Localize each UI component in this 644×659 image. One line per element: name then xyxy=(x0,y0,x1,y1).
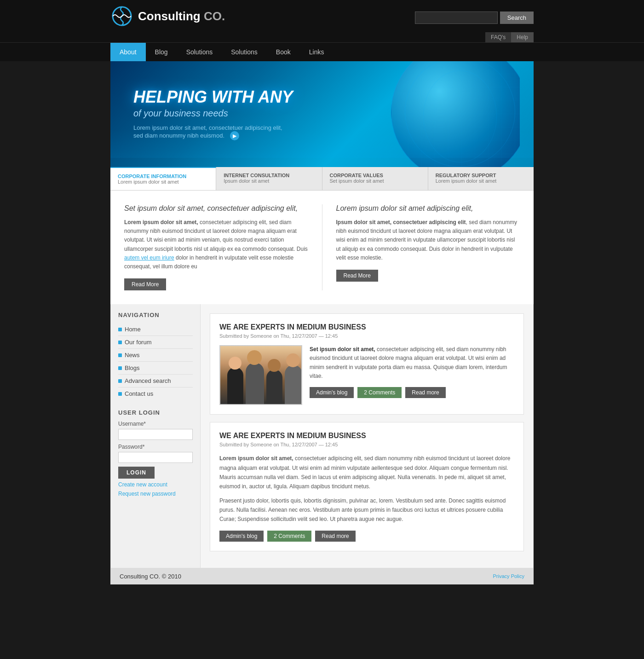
nav-item-blog[interactable]: Blog xyxy=(146,43,177,61)
nav-item-book[interactable]: Book xyxy=(267,43,300,61)
article-2-admin-blog-btn[interactable]: Admin's blog xyxy=(219,531,264,542)
password-input[interactable] xyxy=(118,452,193,463)
nav-link-home[interactable]: Home xyxy=(125,326,141,333)
sidebar-nav-advanced-search[interactable]: Advanced search xyxy=(118,375,193,387)
content-area: Set ipsum dolor sit amet, consectetuer a… xyxy=(110,191,534,304)
search-bar: Search xyxy=(415,12,534,24)
content-text-2: Ipsum dolor sit amet, consectetuer adipi… xyxy=(336,218,520,262)
sidebar-nav-contact[interactable]: Contact us xyxy=(118,387,193,400)
sidebar: NAVIGATION Home Our forum News Blogs xyxy=(111,304,201,568)
create-account-link[interactable]: Create new account xyxy=(118,481,193,488)
help-link[interactable]: Help xyxy=(511,32,534,42)
nav-item-solutions1[interactable]: Solutions xyxy=(177,43,222,61)
article-2-text2: Praesent justo dolor, lobortis quis, lob… xyxy=(219,496,514,524)
article-2-meta: Submitted by Someone on Thu, 12/27/2007 … xyxy=(219,442,514,447)
nav-icon xyxy=(118,366,122,370)
nav-link-forum[interactable]: Our forum xyxy=(125,339,152,346)
content-text-1: Lorem ipsum dolor sit amet, consectetuer… xyxy=(124,218,308,271)
footer-copyright: Consulting CO. © 2010 xyxy=(120,573,181,580)
login-button[interactable]: LOGIN xyxy=(118,467,155,479)
tab-regulatory-support[interactable]: REGULATORY SUPPORT Lorem ipsum dolor sit… xyxy=(428,167,534,190)
article-1-text: Set ipsum dolor sit amet, consectetuer a… xyxy=(310,345,514,381)
article-1: WE ARE EXPERTS IN MEDIUM BUSINESS Submit… xyxy=(210,313,524,415)
nav-link-advanced-search[interactable]: Advanced search xyxy=(125,377,171,384)
logo-text: Consulting CO. xyxy=(138,9,225,23)
article-2-comments-btn[interactable]: 2 Comments xyxy=(267,531,311,542)
search-button[interactable]: Search xyxy=(500,12,534,24)
content-col-2: Lorem ipsum dolor sit amet adipiscing el… xyxy=(336,204,520,290)
hero-subtitle: of your business needs xyxy=(133,108,293,119)
footer: Consulting CO. © 2010 Privacy Policy xyxy=(110,568,534,584)
article-1-body: Set ipsum dolor sit amet, consectetuer a… xyxy=(219,345,514,405)
nav-icon xyxy=(118,379,122,383)
article-2-text: Lorem ipsum dolor sit amet, consectetuer… xyxy=(219,454,514,491)
hero-arrow-btn[interactable]: ▶ xyxy=(230,131,239,140)
nav-icon xyxy=(118,328,122,331)
article-1-meta: Submitted by Someone on Thu, 12/27/2007 … xyxy=(219,333,514,339)
nav-item-about[interactable]: About xyxy=(110,43,146,61)
request-password-link[interactable]: Request new password xyxy=(118,491,193,497)
hero-description: Lorem ipsum dolor sit amet, consectetuer… xyxy=(133,124,293,140)
password-label: Password* xyxy=(118,444,193,450)
nav-link-blogs[interactable]: Blogs xyxy=(125,364,140,371)
nav-icon xyxy=(118,353,122,357)
article-1-comments-btn[interactable]: 2 Comments xyxy=(357,387,402,398)
article-1-text-wrap: Set ipsum dolor sit amet, consectetuer a… xyxy=(310,345,514,405)
content-col-1: Set ipsum dolor sit amet, consectetuer a… xyxy=(124,204,308,290)
nav-top: FAQ's Help xyxy=(0,32,644,42)
read-more-btn-2[interactable]: Read More xyxy=(336,270,378,282)
faq-link[interactable]: FAQ's xyxy=(485,32,511,42)
main-nav: About Blog Solutions Solutions Book Link… xyxy=(0,42,644,61)
article-1-image xyxy=(219,345,302,405)
article-2-read-more-btn[interactable]: Read more xyxy=(315,531,355,542)
article-1-title: WE ARE EXPERTS IN MEDIUM BUSINESS xyxy=(219,323,514,331)
nav-item-links[interactable]: Links xyxy=(300,43,334,61)
content-link-1[interactable]: autem vel eum iriure xyxy=(124,254,174,261)
article-2-title: WE ARE EXPERTS IN MEDIUM BUSINESS xyxy=(219,432,514,440)
read-more-btn-1[interactable]: Read More xyxy=(124,278,166,290)
main-content: WE ARE EXPERTS IN MEDIUM BUSINESS Submit… xyxy=(201,304,533,568)
hero-title: HELPING WITH ANY xyxy=(133,88,293,106)
username-input[interactable] xyxy=(118,429,193,440)
content-divider xyxy=(322,204,322,290)
hero-banner: HELPING WITH ANY of your business needs … xyxy=(110,61,534,167)
sidebar-nav-blogs[interactable]: Blogs xyxy=(118,362,193,375)
nav-link-news[interactable]: News xyxy=(125,352,140,358)
sidebar-nav-forum[interactable]: Our forum xyxy=(118,336,193,349)
login-section-title: USER LOGIN xyxy=(118,409,193,416)
content-heading-1: Set ipsum dolor sit amet, consectetuer a… xyxy=(124,204,308,213)
nav-icon xyxy=(118,392,122,396)
nav-item-solutions2[interactable]: Solutions xyxy=(222,43,267,61)
sidebar-nav-news[interactable]: News xyxy=(118,349,193,362)
sidebar-nav-title: NAVIGATION xyxy=(118,312,193,318)
tab-corporate-values[interactable]: CORPORATE VALUES Set ipsum dolor sit ame… xyxy=(322,167,428,190)
tab-corporate-info[interactable]: CORPORATE INFORMATION Lorem ipsum dolor … xyxy=(110,167,216,190)
hero-text: HELPING WITH ANY of your business needs … xyxy=(110,74,316,154)
logo-icon xyxy=(110,5,133,28)
sidebar-nav-list: Home Our forum News Blogs Advanced searc… xyxy=(118,323,193,400)
search-input[interactable] xyxy=(415,12,498,24)
article-1-read-more-btn[interactable]: Read more xyxy=(405,387,445,398)
nav-icon xyxy=(118,341,122,344)
privacy-policy-link[interactable]: Privacy Policy xyxy=(493,573,524,579)
tab-internet-consultation[interactable]: INTERNET CONSULTATION Ipsum dolor sit am… xyxy=(216,167,322,190)
user-login: USER LOGIN Username* Password* LOGIN Cre… xyxy=(118,409,193,497)
username-label: Username* xyxy=(118,421,193,427)
sidebar-nav-home[interactable]: Home xyxy=(118,323,193,336)
tabs-section: CORPORATE INFORMATION Lorem ipsum dolor … xyxy=(110,167,534,304)
article-2-actions: Admin's blog 2 Comments Read more xyxy=(219,531,514,542)
article-1-admin-blog-btn[interactable]: Admin's blog xyxy=(310,387,354,398)
article-1-actions: Admin's blog 2 Comments Read more xyxy=(310,387,514,398)
nav-link-contact[interactable]: Contact us xyxy=(125,390,153,397)
article-2: WE ARE EXPERTS IN MEDIUM BUSINESS Submit… xyxy=(210,422,524,551)
content-heading-2: Lorem ipsum dolor sit amet adipiscing el… xyxy=(336,204,520,213)
tabs-bar: CORPORATE INFORMATION Lorem ipsum dolor … xyxy=(110,167,534,191)
